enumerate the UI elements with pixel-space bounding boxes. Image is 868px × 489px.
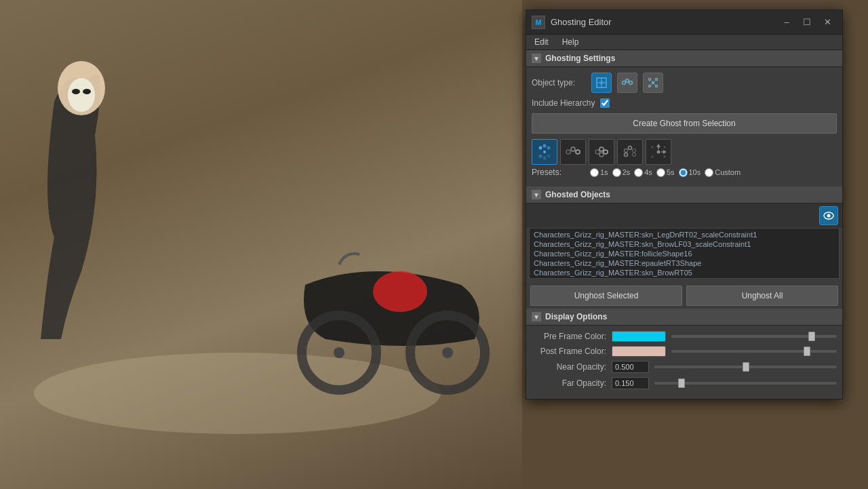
list-item[interactable]: Characters_Grizz_rig_MASTER:epauletRT3Sh… [532, 258, 836, 268]
svg-point-38 [625, 149, 628, 153]
post-frame-color-label: Post Frame Color: [532, 347, 606, 356]
svg-point-24 [539, 146, 542, 150]
object-type-label: Object type: [532, 78, 586, 87]
unghost-all-button[interactable]: Unghost All [686, 286, 838, 306]
svg-point-3 [72, 89, 80, 94]
svg-point-43 [657, 151, 660, 154]
menu-edit[interactable]: Edit [532, 36, 551, 48]
preset-radio-1s[interactable]: 1s [590, 168, 608, 177]
preset-radio-5s[interactable]: 5s [656, 168, 675, 177]
near-opacity-input[interactable] [612, 361, 649, 373]
svg-point-53 [827, 214, 831, 218]
svg-point-36 [604, 150, 608, 154]
svg-point-28 [543, 157, 547, 160]
maximize-button[interactable]: ☐ [797, 14, 816, 31]
list-item[interactable]: Characters_Grizz_rig_MASTER:skn_BrowRT05 [532, 268, 836, 277]
svg-point-35 [599, 147, 604, 151]
preset-radio-10s[interactable]: 10s [679, 168, 701, 177]
close-button[interactable]: ✕ [818, 14, 837, 31]
menu-bar: Edit Help [526, 35, 842, 50]
include-hierarchy-row: Include Hierarchy [532, 98, 837, 108]
pre-frame-color-label: Pre Frame Color: [532, 332, 606, 341]
include-hierarchy-label: Include Hierarchy [532, 98, 595, 108]
object-type-curve-button[interactable] [617, 73, 637, 93]
svg-point-21 [656, 85, 658, 87]
svg-point-33 [576, 150, 580, 154]
display-options-section-header: ▼ Display Options [526, 309, 842, 326]
near-opacity-thumb[interactable] [743, 362, 749, 372]
object-type-misc-button[interactable] [643, 73, 663, 93]
object-type-mesh-button[interactable] [591, 73, 612, 93]
svg-point-37 [599, 153, 604, 157]
svg-point-9 [373, 271, 427, 312]
object-type-row: Object type: [532, 73, 837, 93]
display-options-content: Pre Frame Color: Post Frame Color: Near … [526, 326, 842, 399]
unghost-buttons-row: Unghost Selected Unghost All [526, 283, 842, 309]
svg-marker-45 [656, 144, 660, 147]
list-item[interactable]: Characters_Grizz_rig_MASTER:skn_LegDnRT0… [532, 230, 836, 239]
post-frame-color-row: Post Frame Color: [532, 346, 837, 357]
post-frame-color-slider[interactable] [671, 350, 837, 353]
pre-frame-color-swatch[interactable] [612, 331, 666, 342]
near-opacity-row: Near Opacity: [532, 361, 837, 373]
ghosted-objects-content: Characters_Grizz_rig_MASTER:skn_LegDnRT0… [526, 203, 842, 309]
svg-rect-13 [599, 81, 604, 85]
visibility-toggle-button[interactable] [819, 206, 838, 225]
svg-point-2 [68, 78, 95, 112]
ghosting-editor-window: M Ghosting Editor – ☐ ✕ Edit Help ▼ Ghos… [526, 9, 843, 399]
svg-marker-47 [663, 150, 667, 154]
background-scene [0, 0, 522, 489]
svg-point-51 [664, 156, 666, 158]
svg-point-39 [629, 146, 632, 150]
display-options-collapse-btn[interactable]: ▼ [532, 312, 541, 321]
svg-point-49 [664, 146, 666, 149]
include-hierarchy-checkbox[interactable] [600, 98, 610, 108]
preset-radio-2s[interactable]: 2s [612, 168, 631, 177]
svg-point-32 [571, 147, 575, 151]
preset-icon-0[interactable] [532, 139, 557, 165]
curve-icon [620, 76, 634, 90]
ghosted-objects-collapse-btn[interactable]: ▼ [532, 190, 541, 199]
display-options-title: Display Options [545, 312, 607, 321]
svg-point-30 [543, 151, 546, 153]
create-ghost-button[interactable]: Create Ghost from Selection [532, 113, 837, 134]
preset-icon-1[interactable] [560, 139, 586, 165]
star-icon [646, 76, 660, 90]
svg-point-19 [656, 79, 658, 81]
far-opacity-input[interactable] [612, 377, 649, 389]
near-opacity-label: Near Opacity: [532, 362, 606, 372]
mesh-icon [595, 76, 608, 90]
pre-frame-color-row: Pre Frame Color: [532, 331, 837, 342]
ghosting-settings-collapse-btn[interactable]: ▼ [532, 54, 541, 63]
post-frame-color-swatch[interactable] [612, 346, 666, 357]
svg-point-40 [633, 149, 636, 153]
presets-label: Presets: [532, 168, 586, 177]
pre-frame-color-thumb[interactable] [808, 332, 815, 341]
presets-row: Presets: 1s 2s 4s 5s [532, 168, 837, 177]
svg-point-50 [652, 156, 654, 158]
svg-point-26 [547, 146, 551, 150]
ghosted-objects-list[interactable]: Characters_Grizz_rig_MASTER:skn_LegDnRT0… [529, 228, 840, 279]
far-opacity-thumb[interactable] [678, 378, 685, 388]
preset-icon-4[interactable] [646, 139, 671, 165]
list-item[interactable]: Characters_Grizz_rig_MASTER:follicleShap… [532, 249, 836, 258]
ghosting-settings-content: Object type: [526, 67, 842, 187]
list-item[interactable]: Characters_Grizz_rig_MASTER:skn_BrowLF03… [532, 239, 836, 249]
unghost-selected-button[interactable]: Unghost Selected [530, 286, 682, 306]
preset-radio-4s[interactable]: 4s [634, 168, 652, 177]
preset-icon-2[interactable] [589, 139, 614, 165]
pre-frame-color-slider[interactable] [671, 335, 837, 338]
preset-icons-row [532, 139, 837, 165]
svg-point-25 [543, 144, 547, 148]
svg-point-31 [566, 150, 570, 154]
preset-radio-custom[interactable]: Custom [705, 168, 741, 177]
minimize-button[interactable]: – [777, 14, 796, 31]
preset-icon-3[interactable] [617, 139, 643, 165]
menu-help[interactable]: Help [559, 36, 582, 48]
svg-point-29 [547, 155, 551, 158]
near-opacity-slider[interactable] [654, 366, 837, 368]
far-opacity-label: Far Opacity: [532, 378, 606, 388]
post-frame-color-thumb[interactable] [804, 347, 810, 356]
far-opacity-slider[interactable] [654, 382, 837, 385]
svg-point-18 [649, 79, 651, 81]
